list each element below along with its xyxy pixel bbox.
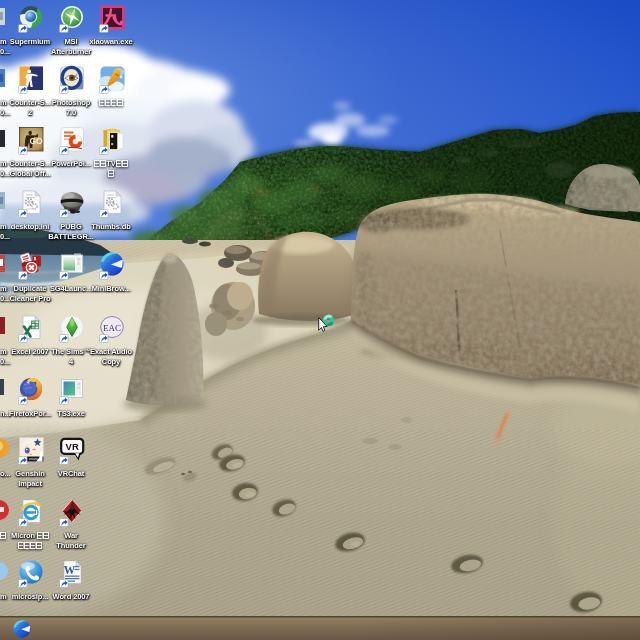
svg-text:VR: VR — [66, 441, 79, 452]
svg-text:EAC: EAC — [103, 323, 121, 333]
svg-text:GO: GO — [29, 136, 43, 146]
svg-text:W: W — [64, 564, 76, 576]
